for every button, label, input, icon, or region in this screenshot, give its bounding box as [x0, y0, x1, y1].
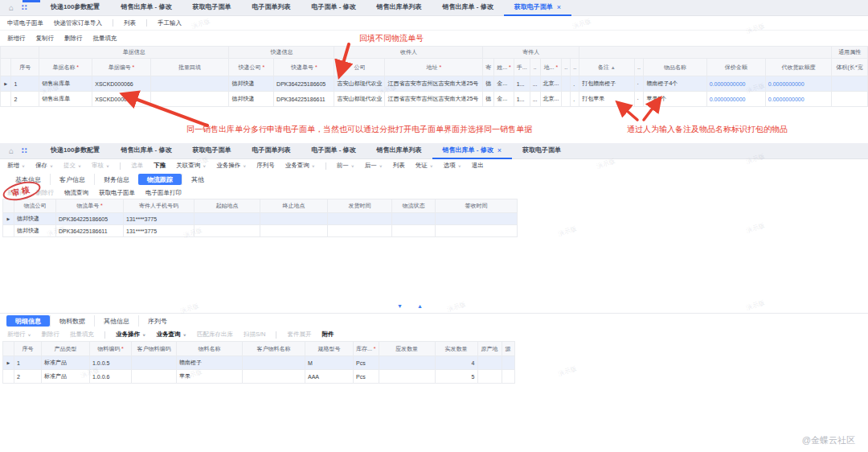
- table-cell[interactable]: 2: [11, 92, 39, 107]
- table-cell[interactable]: M: [305, 356, 354, 370]
- tab-item[interactable]: 电子面单列表: [241, 143, 301, 159]
- table-cell[interactable]: 德邦快递: [229, 76, 274, 92]
- table-row[interactable]: 2销售出库单XSCKD000066德邦快递DPK364225186611吉安山都…: [1, 92, 868, 107]
- table-cell[interactable]: 5: [435, 370, 477, 384]
- table-cell[interactable]: 销售出库单: [39, 76, 92, 92]
- row-indicator[interactable]: ▶: [3, 356, 14, 370]
- table-cell[interactable]: [132, 356, 177, 370]
- column-header[interactable]: 保价金额: [706, 59, 765, 76]
- toolbar-item[interactable]: 业务查询∨: [285, 162, 315, 170]
- table-cell[interactable]: 德邦快递: [14, 213, 56, 225]
- column-header[interactable]: 物料编码 *: [90, 342, 132, 356]
- table-row[interactable]: ▶1销售出库单XSCKD000066德邦快递DPK364225186605吉安山…: [1, 76, 868, 92]
- table-row[interactable]: ▶德邦快递DPK364225186605131****3775: [3, 213, 518, 225]
- column-header[interactable]: 产品类型: [42, 342, 90, 356]
- tab-item[interactable]: 电子面单列表: [241, 0, 301, 16]
- toolbar-item[interactable]: 业务操作∨: [216, 162, 246, 170]
- tab-item[interactable]: 电子面单 - 修改: [301, 143, 366, 159]
- table-cell[interactable]: [132, 370, 177, 384]
- tab-item[interactable]: 销售出库单列表: [366, 143, 432, 159]
- table-cell[interactable]: 金...: [494, 92, 514, 107]
- column-header[interactable]: 手...: [514, 59, 530, 76]
- sort-asc-icon[interactable]: ▲: [609, 65, 616, 70]
- column-header[interactable]: 快递公司 *: [229, 59, 274, 76]
- column-header[interactable]: 代收货款额度: [765, 59, 831, 76]
- table-cell[interactable]: [328, 213, 392, 225]
- toolbar-item[interactable]: 选项∨: [444, 162, 461, 170]
- table-cell[interactable]: 131****3775: [124, 225, 194, 237]
- toolbar-item[interactable]: 电子面单打印: [145, 189, 182, 197]
- tab-active[interactable]: 明细信息: [6, 315, 50, 327]
- table-cell[interactable]: ...: [530, 76, 540, 92]
- column-header[interactable]: 序号: [11, 59, 39, 76]
- tab-close-icon[interactable]: ×: [497, 146, 502, 154]
- table-cell[interactable]: 赣南橙子4个: [644, 76, 706, 92]
- column-header[interactable]: 单据编号 *: [92, 59, 150, 76]
- tab-item[interactable]: 获取电子面单: [182, 143, 241, 159]
- table-cell[interactable]: [328, 225, 392, 237]
- column-header[interactable]: 批量回填: [150, 59, 229, 76]
- table-cell[interactable]: 北京...: [540, 76, 562, 92]
- table-cell[interactable]: 北京...: [540, 92, 562, 107]
- row-indicator[interactable]: [3, 225, 14, 237]
- table-cell[interactable]: DPK364225186611: [56, 225, 124, 237]
- table-cell[interactable]: .: [571, 76, 579, 92]
- table-cell[interactable]: 江西省吉安市吉州区吉安南大道25号: [385, 76, 483, 92]
- column-header[interactable]: 物流单号 *: [56, 199, 124, 213]
- tab-active[interactable]: 销售出库单 - 修改×: [432, 143, 512, 159]
- toolbar-item[interactable]: 附件: [321, 331, 334, 339]
- table-cell[interactable]: [502, 356, 514, 370]
- toolbar-item[interactable]: 关联查询∨: [176, 162, 206, 170]
- column-header[interactable]: 快递单号 *: [274, 59, 334, 76]
- column-header[interactable]: 备注 ▲: [579, 59, 634, 76]
- tab-active[interactable]: 获取电子面单×: [504, 0, 571, 16]
- column-header[interactable]: 物流公司: [14, 199, 56, 213]
- table-cell[interactable]: 销售出库单: [39, 92, 92, 107]
- tab-active[interactable]: 物流跟踪: [138, 174, 182, 185]
- column-header[interactable]: ..: [530, 59, 540, 76]
- toolbar-item[interactable]: 新增行: [7, 35, 26, 43]
- toolbar-item[interactable]: 删除行: [64, 35, 83, 43]
- column-header[interactable]: 姓... *: [494, 59, 514, 76]
- toolbar-item[interactable]: 申请电子面单: [7, 19, 43, 27]
- table-cell[interactable]: .: [571, 92, 579, 107]
- table-cell[interactable]: 2: [14, 370, 42, 384]
- tab-item[interactable]: 物料数据: [50, 315, 94, 327]
- column-header[interactable]: [1, 59, 11, 76]
- tab-item[interactable]: 获取电子面单: [182, 0, 241, 16]
- toolbar-item[interactable]: 物流查询: [64, 189, 88, 197]
- table-cell[interactable]: [436, 213, 518, 225]
- table-cell[interactable]: [477, 370, 502, 384]
- tab-close-icon[interactable]: ×: [557, 3, 561, 11]
- table-cell[interactable]: [562, 92, 571, 107]
- table-cell[interactable]: [477, 356, 502, 370]
- table-cell[interactable]: [194, 225, 260, 237]
- column-header[interactable]: 物品名称: [644, 59, 706, 76]
- column-header[interactable]: 客户物料编码: [132, 342, 177, 356]
- row-indicator[interactable]: ▶: [3, 213, 14, 225]
- table-cell[interactable]: 吉安山都现代农业: [334, 76, 385, 92]
- row-indicator[interactable]: [3, 370, 14, 384]
- tab-item[interactable]: 销售出库单 - 修改: [110, 0, 182, 16]
- toolbar-item[interactable]: 序列号: [256, 162, 275, 170]
- column-header[interactable]: 地... *: [540, 59, 562, 76]
- column-header[interactable]: 体积(长*宽: [832, 59, 868, 76]
- toolbar-item[interactable]: 批量填充: [93, 35, 117, 43]
- table-cell[interactable]: 1...: [514, 76, 530, 92]
- apps-grid-icon[interactable]: ∷: [22, 3, 28, 12]
- column-header[interactable]: [3, 199, 14, 213]
- column-header[interactable]: 终止地点: [260, 199, 328, 213]
- column-header[interactable]: 客户物料名称: [243, 342, 305, 356]
- table-cell[interactable]: [392, 225, 436, 237]
- table-cell[interactable]: [194, 213, 260, 225]
- table-cell[interactable]: 0.0000000000: [765, 92, 831, 107]
- column-header[interactable]: 物料名称: [177, 342, 243, 356]
- table-cell[interactable]: ·: [634, 92, 644, 107]
- table-cell[interactable]: 德邦快递: [229, 92, 274, 107]
- column-header[interactable]: 原产地: [477, 342, 502, 356]
- table-cell[interactable]: [392, 213, 436, 225]
- tab-item[interactable]: 电子面单 - 修改: [301, 0, 366, 16]
- table-cell[interactable]: 金...: [494, 76, 514, 92]
- home-icon[interactable]: ⌂: [9, 3, 14, 12]
- tab-item[interactable]: 销售出库单列表: [366, 0, 432, 16]
